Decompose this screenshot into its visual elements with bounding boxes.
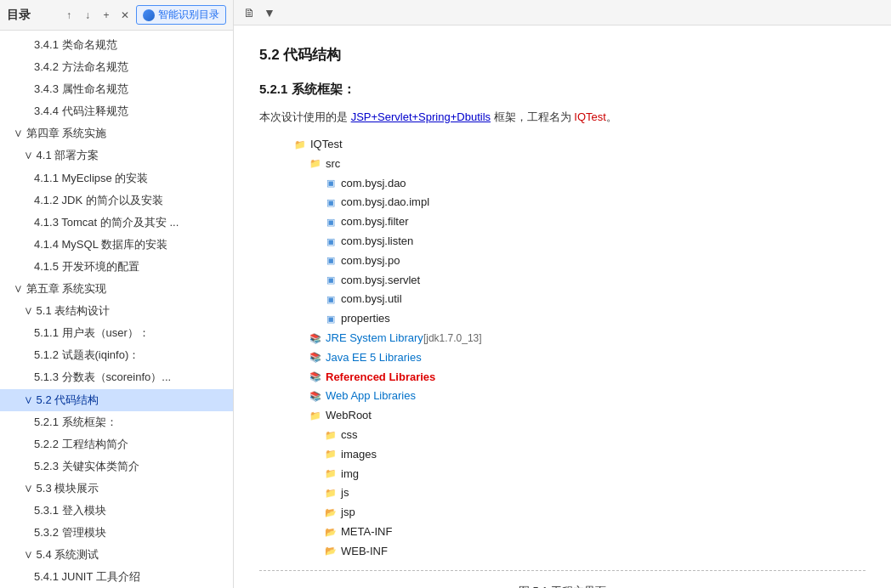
main-panel: 🗎 ▼ 5.2 代码结构 5.2.1 系统框架： 本次设计使用的是 JSP+Se…: [234, 0, 891, 588]
smart-toc-button[interactable]: 智能识别目录: [136, 5, 226, 25]
src-icon: 📁: [309, 157, 322, 171]
tree-node-16: 📁img: [293, 465, 865, 484]
toc-item-5-2-3[interactable]: 5.2.3 关键实体类简介: [0, 455, 233, 478]
folder-icon: 📁: [309, 410, 322, 423]
tree-label-2: com.bysj.dao.impl: [341, 194, 429, 212]
tree-root: 📁 IQTest: [293, 135, 865, 155]
pkg-icon: ▣: [324, 216, 338, 229]
tree-node-5: ▣com.bysj.po: [293, 252, 865, 271]
tree-node-18: 📂jsp: [293, 503, 865, 523]
toc-item-ch5[interactable]: ∨ 第五章 系统实现: [0, 278, 233, 300]
tree-node-13: 📁WebRoot: [293, 406, 865, 426]
tree-label-suffix-9: [jdk1.7.0_13]: [423, 331, 482, 347]
toc-item-5-4-1[interactable]: 5.4.1 JUNIT 工具介绍: [0, 566, 233, 588]
para1-project: IQTest: [574, 110, 606, 123]
tree-node-6: ▣com.bysj.servlet: [293, 271, 865, 291]
section-title: 5.2 代码结构: [259, 42, 865, 69]
tree-label-8: properties: [341, 310, 390, 328]
toc-item-5-1-2[interactable]: 5.1.2 试题表(iqinfo)：: [0, 344, 233, 366]
tree-label-19: META-INF: [341, 523, 392, 541]
toc-item-4-1-2[interactable]: 4.1.2 JDK 的简介以及安装: [0, 189, 233, 212]
tree-node-9: 📚JRE System Library [jdk1.7.0_13]: [293, 329, 865, 348]
toc-item-5-1-3[interactable]: 5.1.3 分数表（scoreinfo）...: [0, 366, 233, 388]
add-button[interactable]: +: [99, 8, 114, 23]
toolbar-doc-icon[interactable]: 🗎: [241, 4, 258, 21]
folder-icon: 📁: [324, 428, 338, 442]
tree-node-2: ▣com.bysj.dao.impl: [293, 193, 865, 212]
tree-node-3: ▣com.bysj.filter: [293, 212, 865, 232]
toc-item-5-2[interactable]: ∨ 5.2 代码结构: [0, 389, 233, 411]
tree-label-6: com.bysj.servlet: [341, 272, 420, 290]
toc-item-3-4-4[interactable]: 3.4.4 代码注释规范: [0, 100, 233, 122]
toc-item-4-1-1[interactable]: 4.1.1 MyEclipse 的安装: [0, 167, 233, 189]
toc-item-5-3[interactable]: ∨ 5.3 模块展示: [0, 478, 233, 500]
collapse-all-button[interactable]: ↑: [61, 8, 77, 23]
toc-item-5-3-2[interactable]: 5.3.2 管理模块: [0, 522, 233, 544]
toc-item-4-1-5[interactable]: 4.1.5 开发环境的配置: [0, 256, 233, 278]
props-icon: ▣: [324, 313, 338, 326]
tree-label-17: js: [341, 484, 349, 502]
sidebar-header-controls: ↑ ↓ + ✕ 智能识别目录: [61, 5, 226, 25]
expand-all-button[interactable]: ↓: [80, 8, 95, 23]
tree-label-18: jsp: [341, 504, 355, 522]
toc-item-5-4[interactable]: ∨ 5.4 系统测试: [0, 544, 233, 566]
toc-item-5-1-1[interactable]: 5.1.1 用户表（user）：: [0, 322, 233, 344]
pkg-icon: ▣: [324, 254, 338, 268]
toolbar-dropdown-icon[interactable]: ▼: [261, 4, 278, 21]
tree-label-11: Referenced Libraries: [326, 369, 435, 387]
sidebar-header: 目录 ↑ ↓ + ✕ 智能识别目录: [0, 0, 233, 31]
tree-label-13: WebRoot: [326, 407, 372, 425]
tree-label-14: css: [341, 427, 358, 444]
tree-label-9: JRE System Library: [326, 330, 423, 348]
tree-node-20: 📂WEB-INF: [293, 542, 865, 562]
toc-item-4-1[interactable]: ∨ 4.1 部署方案: [0, 144, 233, 167]
close-button[interactable]: ✕: [117, 8, 133, 23]
folder-y-icon: 📂: [324, 525, 338, 539]
project-icon: 📁: [293, 138, 307, 151]
lib-icon: 📚: [309, 351, 322, 365]
tree-node-7: ▣com.bysj.util: [293, 290, 865, 309]
toc-item-5-2-2[interactable]: 5.2.2 工程结构简介: [0, 433, 233, 455]
tree-label-0: src: [326, 155, 340, 173]
pkg-icon: ▣: [324, 177, 338, 190]
tree-node-11: 📚Referenced Libraries: [293, 368, 865, 387]
toc-item-3-4-2[interactable]: 3.4.2 方法命名规范: [0, 56, 233, 78]
tree-node-12: 📚Web App Libraries: [293, 387, 865, 406]
tree-node-1: ▣com.bysj.dao: [293, 174, 865, 194]
tree-label-16: img: [341, 466, 359, 483]
tree-label-12: Web App Libraries: [326, 387, 416, 405]
lib-icon: 📚: [309, 331, 322, 345]
tree-label-10: Java EE 5 Libraries: [326, 349, 422, 367]
pkg-icon: ▣: [324, 293, 338, 307]
divider: [259, 570, 865, 571]
project-tree: 📁 IQTest 📁src▣com.bysj.dao▣com.bysj.dao.…: [293, 135, 865, 562]
tree-node-10: 📚Java EE 5 Libraries: [293, 348, 865, 368]
tree-node-15: 📁images: [293, 445, 865, 465]
tree-node-19: 📂META-INF: [293, 523, 865, 542]
tree-label-5: com.bysj.po: [341, 252, 400, 270]
pkg-icon: ▣: [324, 235, 338, 248]
toc-item-4-1-4[interactable]: 4.1.4 MySQL 数据库的安装: [0, 234, 233, 256]
lib-icon: 📚: [309, 390, 322, 404]
tree-node-8: ▣properties: [293, 309, 865, 329]
tree-label-7: com.bysj.util: [341, 291, 402, 308]
para1-suffix: 框架，工程名为: [491, 110, 574, 123]
tree-label-4: com.bysj.listen: [341, 233, 413, 251]
para1-end: 。: [606, 110, 617, 123]
folder-icon: 📁: [324, 487, 338, 500]
folder-icon: 📁: [324, 467, 338, 481]
tree-label-20: WEB-INF: [341, 543, 388, 561]
toc-item-5-3-1[interactable]: 5.3.1 登入模块: [0, 500, 233, 522]
toc-item-4-1-3[interactable]: 4.1.3 Tomcat 的简介及其安 ...: [0, 212, 233, 234]
toc-item-3-4-1[interactable]: 3.4.1 类命名规范: [0, 34, 233, 56]
content-area: 5.2 代码结构 5.2.1 系统框架： 本次设计使用的是 JSP+Servle…: [234, 25, 891, 588]
toc-item-5-2-1[interactable]: 5.2.1 系统框架：: [0, 411, 233, 433]
figure-caption: 图 5.1 工程主界面: [259, 581, 865, 588]
folder-y-icon: 📂: [324, 545, 338, 558]
tree-label-3: com.bysj.filter: [341, 213, 408, 231]
toc-item-ch4[interactable]: ∨ 第四章 系统实施: [0, 122, 233, 144]
toc-item-5-1[interactable]: ∨ 5.1 表结构设计: [0, 300, 233, 322]
sidebar: 目录 ↑ ↓ + ✕ 智能识别目录 3.4.1 类命名规范3.4.2 方法命名规…: [0, 0, 234, 588]
toolbar: 🗎 ▼: [234, 0, 891, 25]
toc-item-3-4-3[interactable]: 3.4.3 属性命名规范: [0, 78, 233, 100]
